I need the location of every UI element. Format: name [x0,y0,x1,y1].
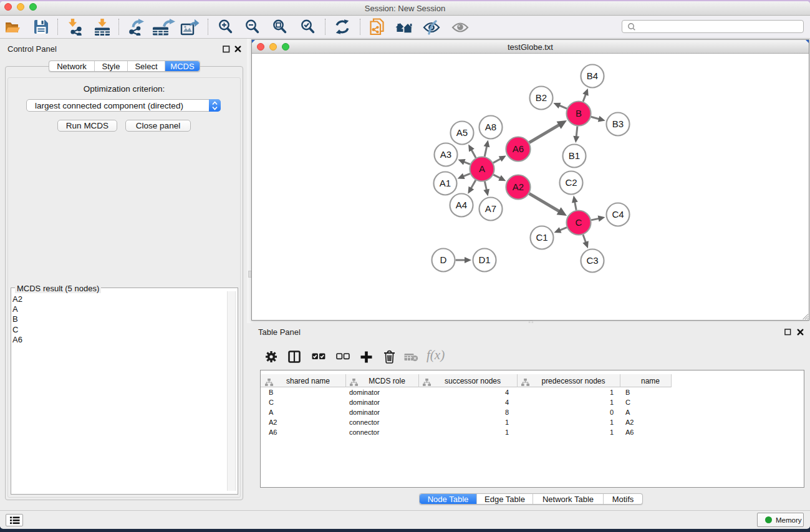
svg-text:B: B [576,108,582,118]
svg-text:A8: A8 [485,122,496,132]
svg-text:C2: C2 [565,177,577,188]
svg-text:B2: B2 [536,92,547,103]
svg-text:B1: B1 [569,150,580,161]
svg-text:B3: B3 [612,118,624,129]
svg-text:B4: B4 [587,70,598,81]
svg-text:A: A [479,163,485,174]
svg-text:A5: A5 [456,127,468,138]
svg-text:C3: C3 [586,255,598,266]
svg-text:A4: A4 [456,200,467,210]
svg-text:A6: A6 [513,143,524,154]
svg-text:D1: D1 [478,254,490,265]
svg-text:D: D [440,254,447,265]
svg-text:C: C [576,217,582,228]
svg-text:C1: C1 [536,232,547,243]
svg-text:A1: A1 [440,178,451,188]
svg-text:C4: C4 [612,209,624,220]
svg-text:A2: A2 [513,181,524,192]
svg-text:A3: A3 [440,149,451,160]
svg-text:A7: A7 [485,203,496,214]
